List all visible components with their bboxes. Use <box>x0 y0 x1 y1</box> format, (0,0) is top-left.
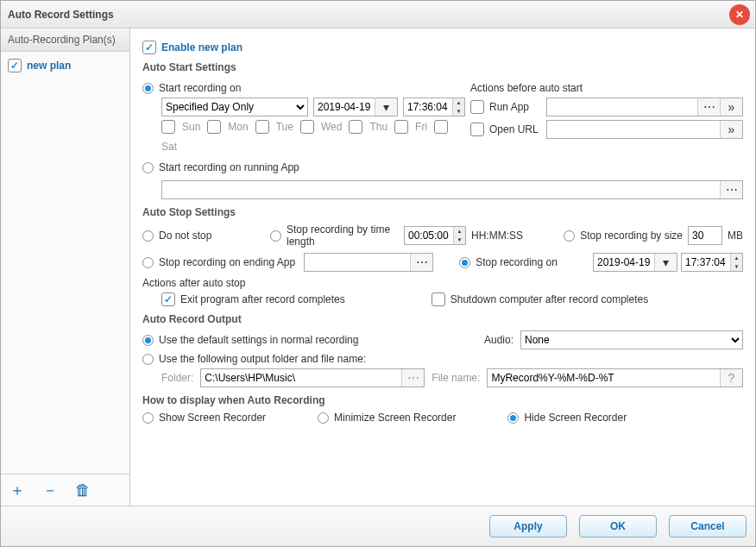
content-pane: ✓ Enable new plan Auto Start Settings St… <box>130 28 755 506</box>
chk-open-url[interactable] <box>470 123 484 136</box>
enable-label: Enable new plan <box>161 41 243 53</box>
label-run-app: Run App <box>489 101 541 113</box>
folder-field[interactable]: ⋯ <box>200 368 425 387</box>
label-open-url: Open URL <box>489 123 541 135</box>
browse-ending-app-icon[interactable]: ⋯ <box>410 254 432 271</box>
chk-sun[interactable] <box>161 120 175 134</box>
sidebar-header: Auto-Recording Plan(s) <box>1 28 129 52</box>
folder-label: Folder: <box>161 372 193 384</box>
chk-tue[interactable] <box>255 120 269 134</box>
start-date-field[interactable]: ▾ <box>313 97 398 116</box>
auto-start-title: Auto Start Settings <box>142 61 743 73</box>
start-date-input[interactable] <box>314 98 375 116</box>
delete-plan-button[interactable]: 🗑 <box>75 481 91 500</box>
duration-field[interactable]: ▲▼ <box>404 226 466 245</box>
radio-use-default[interactable] <box>142 335 154 346</box>
open-url-chevron-icon[interactable]: » <box>720 121 742 138</box>
radio-stop-on-app-end[interactable] <box>142 257 154 268</box>
stop-date-input[interactable] <box>594 254 654 271</box>
add-plan-button[interactable]: ＋ <box>9 480 25 500</box>
audio-label: Audio: <box>484 334 513 346</box>
date-dropdown-icon[interactable]: ▾ <box>375 98 397 116</box>
enable-row: ✓ Enable new plan <box>142 41 743 54</box>
stop-date-dropdown-icon[interactable]: ▾ <box>654 254 677 271</box>
chk-thu[interactable] <box>349 120 362 134</box>
radio-show-recorder[interactable] <box>142 412 154 424</box>
chk-shutdown[interactable] <box>432 292 445 306</box>
stop-date-field[interactable]: ▾ <box>593 253 677 272</box>
display-title: How to display when Auto Recording <box>142 394 743 406</box>
chk-run-app[interactable] <box>470 100 484 114</box>
time-spinner[interactable]: ▲▼ <box>452 98 464 116</box>
radio-do-not-stop[interactable] <box>142 230 154 242</box>
sidebar: Auto-Recording Plan(s) ✓ new plan ＋ － 🗑 <box>1 28 130 506</box>
label-start-on: Start recording on <box>159 82 241 94</box>
open-url-field[interactable]: » <box>546 120 743 139</box>
label-minimize-recorder: Minimize Screen Recorder <box>334 412 456 424</box>
label-show-recorder: Show Screen Recorder <box>159 412 266 424</box>
duration-input[interactable] <box>405 227 453 244</box>
ending-app-input[interactable] <box>305 254 410 271</box>
size-input[interactable] <box>688 226 722 245</box>
radio-start-on[interactable] <box>142 83 154 94</box>
auto-stop-title: Auto Stop Settings <box>142 206 743 218</box>
radio-stop-by-size[interactable] <box>564 230 575 242</box>
label-exit-program: Exit program after record completes <box>180 293 345 305</box>
radio-hide-recorder[interactable] <box>507 412 519 424</box>
run-app-chevron-icon[interactable]: » <box>720 98 742 116</box>
stop-time-input[interactable] <box>682 254 730 271</box>
sidebar-plan-item[interactable]: ✓ new plan <box>1 52 129 79</box>
radio-minimize-recorder[interactable] <box>318 412 329 424</box>
auto-start-columns: Start recording on Specified Day Only ▾ … <box>142 79 743 177</box>
plan-label: new plan <box>27 60 71 72</box>
radio-stop-by-time[interactable] <box>270 230 281 242</box>
close-button[interactable]: ✕ <box>729 4 750 25</box>
stop-time-field[interactable]: ▲▼ <box>681 253 743 272</box>
chk-wed[interactable] <box>300 120 314 134</box>
file-name-help-icon[interactable]: ? <box>720 369 742 387</box>
label-start-on-app: Start recording on running App <box>159 161 299 173</box>
run-app-field[interactable]: ⋯ » <box>546 97 743 116</box>
file-name-input[interactable] <box>488 369 720 387</box>
title-bar: Auto Record Settings ✕ <box>1 1 755 28</box>
running-app-input[interactable] <box>162 181 720 198</box>
start-time-input[interactable] <box>404 98 452 116</box>
label-stop-by-size: Stop recording by size <box>580 229 683 242</box>
running-app-field[interactable]: ⋯ <box>161 180 743 199</box>
ending-app-field[interactable]: ⋯ <box>304 253 433 272</box>
browse-app-icon[interactable]: ⋯ <box>697 98 720 116</box>
browse-running-app-icon[interactable]: ⋯ <box>720 181 742 198</box>
window-title: Auto Record Settings <box>8 9 114 21</box>
folder-input[interactable] <box>201 369 401 387</box>
cancel-button[interactable]: Cancel <box>669 515 747 538</box>
chk-exit-program[interactable]: ✓ <box>161 292 175 306</box>
stop-time-spinner[interactable]: ▲▼ <box>730 254 742 271</box>
duration-hint: HH:MM:SS <box>471 229 523 242</box>
run-app-input[interactable] <box>547 98 697 116</box>
close-icon: ✕ <box>735 9 744 21</box>
ok-button[interactable]: OK <box>579 515 657 538</box>
audio-select[interactable]: None <box>520 330 743 349</box>
chk-sat[interactable] <box>434 120 448 134</box>
chk-fri[interactable] <box>394 120 408 134</box>
plan-checkbox[interactable]: ✓ <box>8 59 22 72</box>
duration-spinner[interactable]: ▲▼ <box>453 227 465 244</box>
chk-mon[interactable] <box>207 120 221 134</box>
main-body: Auto-Recording Plan(s) ✓ new plan ＋ － 🗑 … <box>1 28 755 506</box>
size-unit: MB <box>728 229 743 242</box>
remove-plan-button[interactable]: － <box>42 480 58 500</box>
radio-start-on-app[interactable] <box>142 162 154 173</box>
apply-button[interactable]: Apply <box>489 515 567 538</box>
actions-before-title: Actions before auto start <box>470 82 583 94</box>
label-stop-by-time: Stop recording by time length <box>287 223 399 248</box>
browse-folder-icon[interactable]: ⋯ <box>401 369 424 387</box>
start-time-field[interactable]: ▲▼ <box>403 97 465 116</box>
output-title: Auto Record Output <box>142 313 743 325</box>
dialog-footer: Apply OK Cancel <box>1 506 755 546</box>
radio-stop-on-date[interactable] <box>459 257 470 268</box>
day-mode-select[interactable]: Specified Day Only <box>161 97 308 116</box>
file-name-field[interactable]: ? <box>487 368 743 387</box>
enable-checkbox[interactable]: ✓ <box>142 41 156 54</box>
open-url-input[interactable] <box>547 121 720 138</box>
radio-use-folder[interactable] <box>142 354 154 365</box>
